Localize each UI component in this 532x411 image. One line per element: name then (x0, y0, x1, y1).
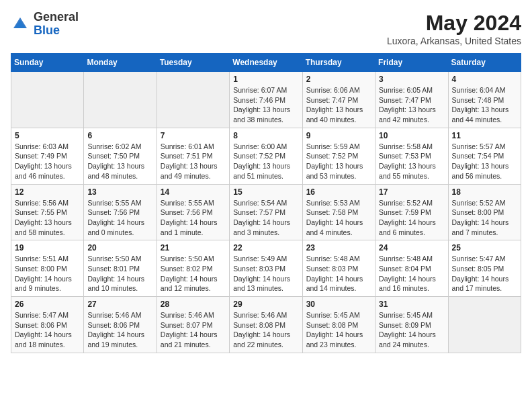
calendar-cell: 13Sunrise: 5:55 AM Sunset: 7:56 PM Dayli… (84, 184, 157, 240)
calendar-cell: 4Sunrise: 6:04 AM Sunset: 7:48 PM Daylig… (448, 72, 521, 128)
day-number: 30 (306, 300, 371, 309)
day-info: Sunrise: 5:55 AM Sunset: 7:56 PM Dayligh… (87, 198, 152, 238)
day-info: Sunrise: 5:56 AM Sunset: 7:55 PM Dayligh… (15, 198, 80, 238)
day-number: 25 (452, 243, 517, 253)
day-info: Sunrise: 5:47 AM Sunset: 8:05 PM Dayligh… (452, 254, 517, 293)
calendar-week-2: 5Sunrise: 6:03 AM Sunset: 7:49 PM Daylig… (11, 128, 521, 184)
day-number: 24 (379, 243, 444, 253)
weekday-header-monday: Monday (84, 54, 157, 72)
day-info: Sunrise: 5:50 AM Sunset: 8:01 PM Dayligh… (87, 254, 152, 293)
weekday-header-friday: Friday (375, 54, 448, 72)
calendar-cell (11, 72, 84, 128)
day-info: Sunrise: 5:45 AM Sunset: 8:09 PM Dayligh… (379, 310, 444, 350)
day-info: Sunrise: 5:46 AM Sunset: 8:08 PM Dayligh… (233, 310, 298, 350)
day-info: Sunrise: 5:48 AM Sunset: 8:04 PM Dayligh… (379, 254, 444, 293)
calendar-cell: 14Sunrise: 5:55 AM Sunset: 7:56 PM Dayli… (157, 184, 229, 240)
logo: General Blue (11, 11, 79, 38)
calendar-cell: 26Sunrise: 5:47 AM Sunset: 8:06 PM Dayli… (11, 297, 84, 353)
day-info: Sunrise: 5:53 AM Sunset: 7:58 PM Dayligh… (306, 198, 371, 238)
day-info: Sunrise: 5:55 AM Sunset: 7:56 PM Dayligh… (161, 198, 226, 238)
calendar-cell: 6Sunrise: 6:02 AM Sunset: 7:50 PM Daylig… (84, 128, 157, 184)
calendar-week-1: 1Sunrise: 6:07 AM Sunset: 7:46 PM Daylig… (11, 72, 521, 128)
day-number: 2 (306, 75, 371, 84)
day-info: Sunrise: 5:50 AM Sunset: 8:02 PM Dayligh… (161, 254, 226, 293)
calendar-cell (84, 72, 157, 128)
weekday-header-saturday: Saturday (448, 54, 521, 72)
day-info: Sunrise: 6:06 AM Sunset: 7:47 PM Dayligh… (306, 85, 371, 125)
calendar-cell: 5Sunrise: 6:03 AM Sunset: 7:49 PM Daylig… (11, 128, 84, 184)
day-number: 27 (87, 300, 152, 309)
calendar-cell: 7Sunrise: 6:01 AM Sunset: 7:51 PM Daylig… (157, 128, 229, 184)
month-title: May 2024 (387, 11, 521, 36)
calendar-cell: 21Sunrise: 5:50 AM Sunset: 8:02 PM Dayli… (157, 240, 229, 297)
title-area: May 2024 Luxora, Arkansas, United States (387, 11, 521, 46)
day-number: 3 (379, 75, 444, 84)
weekday-header-wednesday: Wednesday (230, 54, 302, 72)
calendar-cell: 15Sunrise: 5:54 AM Sunset: 7:57 PM Dayli… (230, 184, 302, 240)
day-number: 17 (379, 187, 444, 197)
day-info: Sunrise: 5:47 AM Sunset: 8:06 PM Dayligh… (15, 310, 80, 350)
day-info: Sunrise: 5:54 AM Sunset: 7:57 PM Dayligh… (233, 198, 298, 238)
day-info: Sunrise: 5:49 AM Sunset: 8:03 PM Dayligh… (233, 254, 298, 293)
calendar-cell: 19Sunrise: 5:51 AM Sunset: 8:00 PM Dayli… (11, 240, 84, 297)
day-info: Sunrise: 5:52 AM Sunset: 8:00 PM Dayligh… (452, 198, 517, 238)
day-number: 26 (15, 300, 80, 309)
day-info: Sunrise: 5:46 AM Sunset: 8:06 PM Dayligh… (87, 310, 152, 350)
calendar-table: SundayMondayTuesdayWednesdayThursdayFrid… (11, 53, 521, 353)
day-number: 4 (452, 75, 517, 84)
day-info: Sunrise: 5:58 AM Sunset: 7:53 PM Dayligh… (379, 142, 444, 181)
day-number: 13 (87, 187, 152, 197)
weekday-header-tuesday: Tuesday (157, 54, 229, 72)
weekday-header-sunday: Sunday (11, 54, 84, 72)
calendar-cell: 12Sunrise: 5:56 AM Sunset: 7:55 PM Dayli… (11, 184, 84, 240)
calendar-week-4: 19Sunrise: 5:51 AM Sunset: 8:00 PM Dayli… (11, 240, 521, 297)
logo-text: General Blue (34, 11, 79, 38)
day-number: 31 (379, 300, 444, 309)
day-number: 15 (233, 187, 298, 197)
day-info: Sunrise: 5:46 AM Sunset: 8:07 PM Dayligh… (161, 310, 226, 350)
day-number: 8 (233, 131, 298, 140)
day-number: 16 (306, 187, 371, 197)
day-info: Sunrise: 6:03 AM Sunset: 7:49 PM Dayligh… (15, 142, 80, 181)
day-number: 12 (15, 187, 80, 197)
calendar-cell (157, 72, 229, 128)
calendar-cell: 3Sunrise: 6:05 AM Sunset: 7:47 PM Daylig… (375, 72, 448, 128)
day-number: 28 (161, 300, 226, 309)
calendar-cell: 22Sunrise: 5:49 AM Sunset: 8:03 PM Dayli… (230, 240, 302, 297)
calendar-cell: 31Sunrise: 5:45 AM Sunset: 8:09 PM Dayli… (375, 297, 448, 353)
location: Luxora, Arkansas, United States (387, 36, 521, 46)
calendar-cell: 25Sunrise: 5:47 AM Sunset: 8:05 PM Dayli… (448, 240, 521, 297)
day-number: 19 (15, 243, 80, 253)
day-info: Sunrise: 6:00 AM Sunset: 7:52 PM Dayligh… (233, 142, 298, 181)
day-number: 29 (233, 300, 298, 309)
calendar-cell: 10Sunrise: 5:58 AM Sunset: 7:53 PM Dayli… (375, 128, 448, 184)
day-info: Sunrise: 5:51 AM Sunset: 8:00 PM Dayligh… (15, 254, 80, 293)
day-number: 11 (452, 131, 517, 140)
calendar-cell: 9Sunrise: 5:59 AM Sunset: 7:52 PM Daylig… (302, 128, 375, 184)
calendar-week-3: 12Sunrise: 5:56 AM Sunset: 7:55 PM Dayli… (11, 184, 521, 240)
calendar-cell: 2Sunrise: 6:06 AM Sunset: 7:47 PM Daylig… (302, 72, 375, 128)
calendar-cell: 29Sunrise: 5:46 AM Sunset: 8:08 PM Dayli… (230, 297, 302, 353)
day-info: Sunrise: 6:01 AM Sunset: 7:51 PM Dayligh… (161, 142, 226, 181)
calendar-cell: 1Sunrise: 6:07 AM Sunset: 7:46 PM Daylig… (230, 72, 302, 128)
calendar-cell: 24Sunrise: 5:48 AM Sunset: 8:04 PM Dayli… (375, 240, 448, 297)
calendar-header: SundayMondayTuesdayWednesdayThursdayFrid… (11, 54, 521, 72)
day-info: Sunrise: 6:07 AM Sunset: 7:46 PM Dayligh… (233, 85, 298, 125)
day-number: 6 (87, 131, 152, 140)
day-number: 21 (161, 243, 226, 253)
day-number: 23 (306, 243, 371, 253)
calendar-cell: 8Sunrise: 6:00 AM Sunset: 7:52 PM Daylig… (230, 128, 302, 184)
calendar-cell: 11Sunrise: 5:57 AM Sunset: 7:54 PM Dayli… (448, 128, 521, 184)
weekday-header-thursday: Thursday (302, 54, 375, 72)
day-number: 5 (15, 131, 80, 140)
calendar-cell: 17Sunrise: 5:52 AM Sunset: 7:59 PM Dayli… (375, 184, 448, 240)
calendar-cell (448, 297, 521, 353)
day-number: 10 (379, 131, 444, 140)
logo-icon (11, 15, 30, 34)
day-info: Sunrise: 5:57 AM Sunset: 7:54 PM Dayligh… (452, 142, 517, 181)
calendar-cell: 28Sunrise: 5:46 AM Sunset: 8:07 PM Dayli… (157, 297, 229, 353)
day-number: 7 (161, 131, 226, 140)
day-number: 9 (306, 131, 371, 140)
day-info: Sunrise: 5:52 AM Sunset: 7:59 PM Dayligh… (379, 198, 444, 238)
day-number: 22 (233, 243, 298, 253)
